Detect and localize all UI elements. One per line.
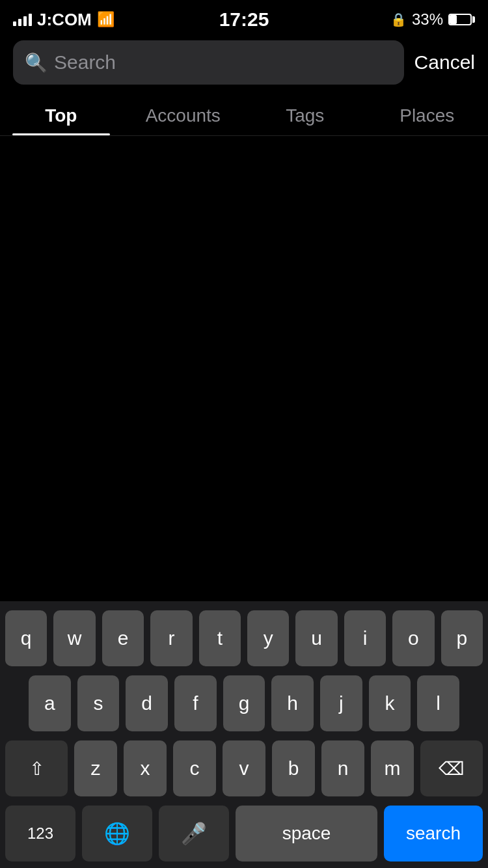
tab-places[interactable]: Places [366,92,489,135]
tabs-row: Top Accounts Tags Places [0,92,488,136]
carrier-label: J:COM [37,10,92,30]
key-w[interactable]: w [53,610,95,666]
numbers-key[interactable]: 123 [5,806,75,861]
delete-key[interactable]: ⌫ [420,740,483,796]
key-y[interactable]: y [247,610,289,666]
key-e[interactable]: e [102,610,144,666]
keyboard-row-1: q w e r t y u i o p [5,610,483,666]
tab-tags[interactable]: Tags [244,92,366,135]
search-glass-icon: 🔍 [25,52,47,74]
lock-icon: 🔒 [390,12,407,27]
key-n[interactable]: n [321,740,364,796]
keyboard: q w e r t y u i o p a s d f g h j k l ⇧ … [0,601,488,868]
key-x[interactable]: x [124,740,167,796]
key-d[interactable]: d [126,675,168,731]
key-h[interactable]: h [271,675,314,731]
shift-key[interactable]: ⇧ [5,740,68,796]
mic-icon: 🎤 [181,821,207,846]
signal-bars-icon [13,13,32,26]
key-u[interactable]: u [295,610,337,666]
key-f[interactable]: f [174,675,217,731]
search-input[interactable]: Search [54,51,392,74]
key-b[interactable]: b [272,740,315,796]
battery-percent-label: 33% [412,10,443,29]
key-s[interactable]: s [77,675,120,731]
cancel-button[interactable]: Cancel [414,51,475,74]
wifi-icon: 📶 [97,11,115,28]
status-right: 🔒 33% [390,10,475,29]
key-p[interactable]: p [441,610,483,666]
keyboard-row-2: a s d f g h j k l [5,675,483,731]
time-label: 17:25 [219,8,269,31]
battery-icon [448,14,475,25]
key-c[interactable]: c [173,740,216,796]
tab-top[interactable]: Top [0,92,122,135]
key-o[interactable]: o [392,610,434,666]
key-g[interactable]: g [223,675,265,731]
main-content [0,136,488,560]
key-v[interactable]: v [223,740,265,796]
search-bar-row: 🔍 Search Cancel [0,35,488,92]
globe-key[interactable]: 🌐 [82,806,152,861]
globe-icon: 🌐 [104,821,130,846]
keyboard-row-3: ⇧ z x c v b n m ⌫ [5,740,483,796]
status-left: J:COM 📶 [13,10,115,30]
key-j[interactable]: j [320,675,362,731]
status-bar: J:COM 📶 17:25 🔒 33% [0,0,488,35]
key-a[interactable]: a [29,675,71,731]
key-m[interactable]: m [371,740,414,796]
keyboard-bottom-row: 123 🌐 🎤 space search [5,806,483,861]
key-l[interactable]: l [417,675,459,731]
search-key[interactable]: search [384,806,483,861]
key-z[interactable]: z [74,740,117,796]
tab-accounts[interactable]: Accounts [122,92,245,135]
space-key[interactable]: space [236,806,377,861]
key-q[interactable]: q [5,610,47,666]
key-r[interactable]: r [150,610,192,666]
key-t[interactable]: t [199,610,241,666]
mic-key[interactable]: 🎤 [159,806,229,861]
key-k[interactable]: k [369,675,411,731]
search-input-wrapper[interactable]: 🔍 Search [13,40,404,85]
key-i[interactable]: i [344,610,386,666]
